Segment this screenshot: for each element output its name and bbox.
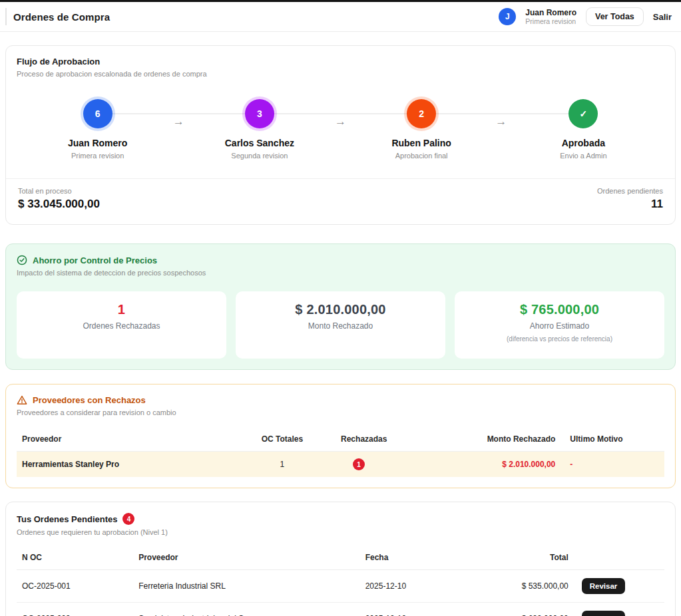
revisar-button[interactable]: Revisar [582, 611, 626, 616]
stat-value: $ 765.000,00 [463, 302, 656, 317]
salir-button[interactable]: Salir [653, 12, 672, 22]
col-proveedor: Proveedor [17, 427, 237, 452]
avatar[interactable]: J [499, 8, 516, 25]
stat-value: 1 [25, 302, 218, 317]
user-info: Juan Romero Primera revision [525, 8, 576, 26]
col-total: Total [503, 545, 574, 570]
step-count-badge: 3 [245, 99, 274, 128]
flow-step-juan-romero: 6 Juan Romero Primera revision [17, 99, 178, 160]
col-ultimo-motivo: Ultimo Motivo [561, 427, 664, 452]
order-supplier: Ferreteria Industrial SRL [133, 570, 360, 603]
order-date: 2025-12-12 [360, 603, 503, 616]
col-fecha: Fecha [360, 545, 503, 570]
order-total: $ 690.000,00 [503, 603, 574, 616]
check-circle-icon [17, 255, 27, 265]
stat-label: Monto Rechazado [244, 321, 437, 331]
stat-ordenes-rechazadas: 1 Ordenes Rechazadas [17, 291, 226, 359]
col-monto-rechazado: Monto Rechazado [470, 427, 561, 452]
stat-value: $ 2.010.000,00 [244, 302, 437, 317]
check-icon: ✓ [568, 99, 598, 128]
rechazadas-cell: 1 [328, 452, 470, 478]
approval-flow: → → → 6 Juan Romero Primera revision 3 C… [17, 92, 664, 164]
step-sublabel: Segunda revision [231, 152, 288, 160]
pending-orders-subtitle: Ordenes que requieren tu aprobacion (Niv… [17, 528, 664, 536]
stat-ahorro-estimado: $ 765.000,00 Ahorro Estimado (diferencia… [455, 291, 664, 359]
revisar-button[interactable]: Revisar [582, 578, 626, 594]
total-en-proceso-label: Total en proceso [18, 187, 100, 195]
col-noc: N OC [17, 545, 133, 570]
step-sublabel: Envio a Admin [560, 152, 606, 160]
flow-totals: Total en proceso $ 33.045.000,00 Ordenes… [6, 178, 675, 214]
col-rechazadas: Rechazadas [328, 427, 470, 452]
col-oc-totales: OC Totales [237, 427, 328, 452]
order-number: OC-2025-003 [17, 603, 133, 616]
step-name: Juan Romero [68, 138, 127, 148]
page-title: Ordenes de Compra [13, 11, 110, 23]
order-total: $ 535.000,00 [503, 570, 574, 603]
approval-flow-subtitle: Proceso de aprobacion escalonada de orde… [17, 70, 664, 78]
monto-rechazado-value: $ 2.010.000,00 [470, 452, 561, 478]
stat-note: (diferencia vs precios de referencia) [463, 335, 656, 343]
stat-monto-rechazado: $ 2.010.000,00 Monto Rechazado [236, 291, 445, 359]
table-row: OC-2025-001 Ferreteria Industrial SRL 20… [17, 570, 664, 603]
pending-orders-table: N OC Proveedor Fecha Total OC-2025-001 F… [17, 545, 664, 616]
oc-totales-value: 1 [237, 452, 328, 478]
order-supplier: Suministros Industriales del Sur [133, 603, 360, 616]
step-count-badge: 2 [407, 99, 436, 128]
ultimo-motivo-value: - [561, 452, 664, 478]
approval-flow-title: Flujo de Aprobacion [17, 57, 664, 67]
rejected-suppliers-card: Proveedores con Rechazos Proveedores a c… [5, 384, 676, 488]
user-role: Primera revision [525, 17, 576, 26]
table-row: OC-2025-003 Suministros Industriales del… [17, 603, 664, 616]
pending-count-badge: 4 [122, 513, 134, 525]
savings-card: Ahorro por Control de Precios Impacto de… [5, 243, 676, 370]
flow-step-aprobada: ✓ Aprobada Envio a Admin [503, 99, 664, 160]
ver-todas-button[interactable]: Ver Todas [586, 7, 644, 26]
savings-title: Ahorro por Control de Precios [33, 255, 157, 265]
ordenes-pendientes-value: 11 [597, 198, 663, 211]
rejected-suppliers-subtitle: Proveedores a considerar para revision o… [17, 408, 664, 416]
app-header: Ordenes de Compra J Juan Romero Primera … [0, 2, 681, 32]
step-name: Aprobada [562, 138, 605, 148]
supplier-name: Herramientas Stanley Pro [17, 452, 237, 478]
order-number: OC-2025-001 [17, 570, 133, 603]
warning-triangle-icon [17, 395, 27, 405]
rejected-count-badge: 1 [353, 458, 365, 470]
step-sublabel: Primera revision [71, 152, 124, 160]
rejected-suppliers-title: Proveedores con Rechazos [33, 395, 146, 405]
table-row: Herramientas Stanley Pro 1 1 $ 2.010.000… [17, 452, 664, 478]
col-proveedor: Proveedor [133, 545, 360, 570]
stat-label: Ordenes Rechazadas [25, 321, 218, 331]
approval-flow-card: Flujo de Aprobacion Proceso de aprobacio… [5, 45, 676, 225]
savings-stats: 1 Ordenes Rechazadas $ 2.010.000,00 Mont… [17, 291, 664, 359]
step-name: Ruben Palino [391, 138, 451, 148]
step-name: Carlos Sanchez [225, 138, 294, 148]
pending-orders-card: Tus Ordenes Pendientes 4 Ordenes que req… [5, 502, 676, 616]
user-name: Juan Romero [525, 8, 576, 17]
rejected-suppliers-table: Proveedor OC Totales Rechazadas Monto Re… [17, 427, 664, 477]
savings-subtitle: Impacto del sistema de deteccion de prec… [17, 269, 664, 277]
step-count-badge: 6 [83, 99, 113, 128]
header-divider [5, 8, 7, 25]
ordenes-pendientes-label: Ordenes pendientes [597, 187, 663, 195]
flow-step-carlos-sanchez: 3 Carlos Sanchez Segunda revision [178, 99, 340, 160]
pending-orders-title: Tus Ordenes Pendientes [17, 514, 117, 524]
flow-step-ruben-palino: 2 Ruben Palino Aprobacion final [341, 99, 503, 160]
stat-label: Ahorro Estimado [463, 321, 656, 331]
order-date: 2025-12-10 [360, 570, 503, 603]
total-en-proceso-value: $ 33.045.000,00 [18, 198, 100, 211]
step-sublabel: Aprobacion final [395, 152, 448, 160]
